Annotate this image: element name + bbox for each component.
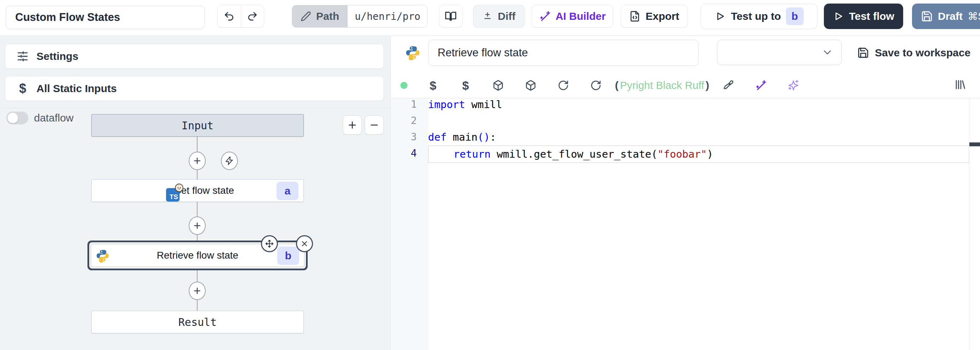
code-assistants-status: (Pyright Black Ruff)	[612, 79, 712, 91]
graph-node-set-flow-state[interactable]: TS Set flow state a	[91, 179, 304, 202]
package-icon[interactable]	[482, 80, 514, 91]
path-label: Path	[316, 10, 339, 22]
library-icon[interactable]	[954, 78, 966, 91]
pencil-icon	[301, 11, 311, 22]
undo-button[interactable]	[218, 5, 241, 27]
ts-icon-label: TS	[170, 193, 178, 201]
dataflow-toggle[interactable]	[6, 112, 28, 124]
undo-redo-group	[217, 5, 264, 28]
dataflow-label: dataflow	[34, 112, 74, 124]
python-icon	[96, 249, 110, 262]
zoom-in-button[interactable]	[343, 115, 362, 134]
python-icon	[406, 45, 420, 60]
step-name-value: Retrieve flow state	[438, 46, 528, 59]
flow-summary-input[interactable]: Custom Flow States	[6, 6, 205, 29]
draft-save-button[interactable]: Draft ⌘S	[912, 3, 980, 29]
step-name-input[interactable]: Retrieve flow state	[428, 40, 698, 66]
editor-lines[interactable]: import wmilldef main(): return wmill.get…	[428, 96, 969, 163]
result-node-label: Result	[178, 316, 217, 328]
play-icon	[833, 11, 844, 22]
package-icon[interactable]	[514, 80, 547, 91]
save-to-workspace-button[interactable]: Save to workspace	[857, 44, 970, 62]
ai-builder-button[interactable]: AI Builder	[532, 5, 613, 28]
save-icon	[921, 10, 933, 22]
path-group: Path u/henri/pro	[292, 5, 428, 28]
top-toolbar: Custom Flow States Path u/henri/pro Diff…	[0, 0, 980, 36]
graph-node-result[interactable]: Result	[91, 311, 304, 333]
variable-picker-icon[interactable]: $	[417, 78, 449, 93]
code-line-1[interactable]: import wmill	[428, 96, 969, 113]
bun-emoji-icon	[175, 183, 184, 192]
panel-separator	[0, 108, 391, 109]
dollar-icon: $	[17, 81, 29, 96]
line-number-1: 1	[391, 96, 417, 113]
redo-button[interactable]	[241, 5, 264, 27]
reload-icon[interactable]	[579, 80, 612, 91]
diff-label: Diff	[498, 10, 515, 22]
reload-icon[interactable]	[547, 80, 579, 91]
zap-icon	[225, 156, 234, 165]
wand-sparkles-icon	[539, 11, 550, 22]
test-flow-button[interactable]: Test flow	[824, 3, 903, 29]
static-inputs-label: All Static Inputs	[37, 83, 117, 94]
code-line-3[interactable]: def main():	[428, 129, 969, 145]
insert-step-button-3[interactable]	[189, 281, 206, 300]
test-up-to-button[interactable]: Test up to b	[701, 3, 818, 29]
path-value[interactable]: u/henri/pro	[348, 5, 427, 27]
cursor-position-marker	[969, 142, 980, 146]
undo-icon	[223, 11, 235, 22]
line-number-2: 2	[391, 113, 417, 129]
editor-gutter: 1234	[391, 96, 417, 161]
editor-toolbar: $ $ (Pyright Black Ruff)	[391, 73, 980, 99]
insert-step-button-1[interactable]	[189, 152, 206, 170]
sliders-icon	[17, 50, 29, 62]
diff-button[interactable]: Diff	[473, 5, 525, 28]
step-editor-panel: Retrieve flow state Save to workspace $ …	[391, 36, 980, 350]
settings-label: Settings	[37, 50, 78, 62]
line-number-4: 4	[391, 145, 417, 161]
all-static-inputs-row[interactable]: $ All Static Inputs	[5, 76, 384, 101]
test-up-to-label: Test up to	[731, 10, 781, 22]
flow-graph-panel: Settings $ All Static Inputs dataflow In…	[0, 36, 391, 350]
tag-select[interactable]	[717, 40, 842, 65]
close-icon	[300, 240, 309, 248]
zoom-out-button[interactable]	[365, 115, 384, 134]
plus-icon	[347, 120, 358, 130]
format-brush-icon[interactable]	[712, 80, 745, 91]
chevron-down-icon	[821, 46, 834, 58]
ai-sparkles-icon[interactable]	[777, 79, 810, 91]
step-a-badge: a	[277, 182, 299, 200]
minus-icon	[369, 120, 380, 130]
editor-overview-ruler[interactable]	[969, 99, 969, 350]
ai-wand-icon[interactable]	[745, 80, 777, 91]
redo-icon	[247, 11, 258, 22]
trigger-button[interactable]	[221, 152, 238, 170]
save-to-workspace-label: Save to workspace	[875, 47, 970, 59]
delete-step-button[interactable]	[296, 235, 313, 252]
edit-path-button[interactable]: Path	[292, 5, 348, 27]
insert-step-button-2[interactable]	[189, 216, 206, 235]
draft-label: Draft	[938, 10, 963, 22]
line-number-3: 3	[391, 129, 417, 145]
retrieve-flow-state-label: Retrieve flow state	[157, 250, 238, 261]
diff-icon	[482, 11, 493, 22]
graph-node-input[interactable]: Input	[91, 114, 304, 137]
file-code-icon	[629, 11, 641, 22]
test-up-to-step-badge: b	[786, 8, 804, 25]
export-button[interactable]: Export	[620, 5, 688, 28]
input-node-label: Input	[181, 119, 213, 132]
settings-row[interactable]: Settings	[5, 44, 384, 69]
code-line-2[interactable]	[428, 113, 969, 129]
status-dot-icon	[391, 81, 417, 89]
draft-shortcut: ⌘S	[967, 10, 980, 22]
code-line-4[interactable]: return wmill.get_flow_user_state("foobar…	[428, 145, 969, 163]
toggle-knob	[8, 113, 18, 123]
typescript-icon: TS	[166, 188, 180, 201]
move-step-button[interactable]	[261, 235, 278, 252]
test-flow-label: Test flow	[849, 10, 894, 22]
export-label: Export	[646, 10, 679, 22]
book-open-icon	[445, 10, 457, 22]
step-b-badge: b	[277, 246, 299, 265]
docs-button[interactable]	[439, 5, 462, 28]
resource-picker-icon[interactable]: $	[449, 78, 482, 93]
